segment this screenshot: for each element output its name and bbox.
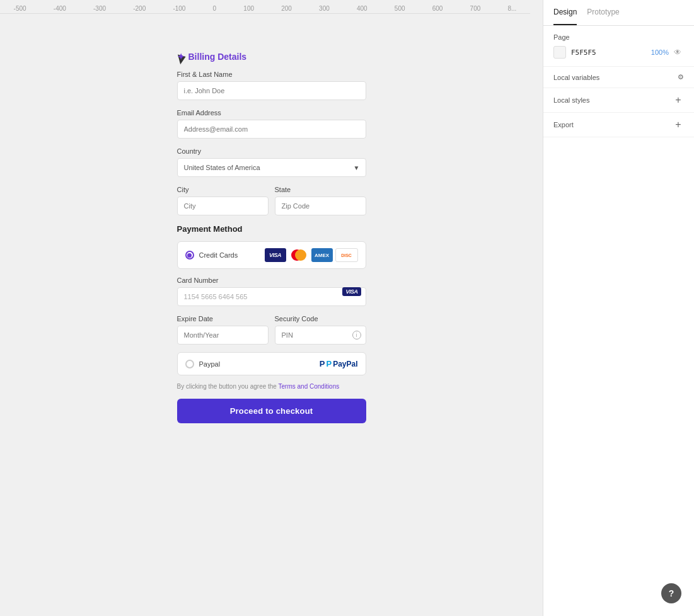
- export-add-button[interactable]: +: [673, 119, 684, 130]
- expire-label: Expire Date: [177, 315, 269, 322]
- ruler-label: -200: [133, 5, 146, 12]
- ruler-label: 8...: [507, 5, 516, 12]
- ruler-label: -500: [14, 5, 26, 12]
- payment-section-title: Payment Method: [177, 224, 366, 234]
- checkout-button[interactable]: Proceed to checkout: [177, 399, 366, 423]
- ruler-label: 600: [432, 5, 443, 12]
- export-section: Export +: [543, 113, 694, 137]
- sliders-icon[interactable]: ⚙: [678, 73, 684, 81]
- page-color-swatch[interactable]: [553, 46, 566, 59]
- country-group: Country United States of America Canada …: [177, 147, 366, 177]
- page-label: Page: [553, 33, 684, 41]
- amex-logo: AMEX: [311, 248, 333, 262]
- local-styles-section: Local styles +: [543, 88, 694, 113]
- ruler-label: 400: [357, 5, 367, 12]
- ruler-label: 0: [213, 5, 217, 12]
- page-opacity-value[interactable]: 100%: [651, 48, 669, 56]
- page-color-value: F5F5F5: [571, 48, 646, 57]
- billing-title-text: Billing Details: [188, 52, 247, 62]
- first-last-name-group: First & Last Name: [177, 71, 366, 100]
- ruler-label: 700: [470, 5, 481, 12]
- security-group: Security Code i: [275, 315, 366, 345]
- zip-input[interactable]: [275, 197, 366, 215]
- tab-prototype[interactable]: Prototype: [587, 0, 619, 25]
- info-icon[interactable]: i: [352, 331, 361, 339]
- paypal-radio[interactable]: [185, 360, 194, 368]
- discover-logo: DISC: [335, 248, 358, 262]
- expire-security-row: Expire Date Security Code i: [177, 315, 366, 345]
- ruler-label: 200: [281, 5, 292, 12]
- paypal-logo: PP PayPal: [320, 359, 358, 368]
- security-label: Security Code: [275, 315, 366, 322]
- country-select[interactable]: United States of America Canada United K…: [177, 158, 366, 177]
- email-label: Email Address: [177, 109, 366, 117]
- card-number-group: Card Number VISA: [177, 277, 366, 306]
- visibility-icon[interactable]: 👁: [674, 47, 684, 57]
- billing-form: ✦ Billing Details First & Last Name Emai…: [177, 52, 366, 423]
- panel-tabs: Design Prototype: [543, 0, 694, 26]
- local-styles-add-button[interactable]: +: [673, 94, 684, 106]
- page-section: Page F5F5F5 100% 👁: [543, 26, 694, 67]
- tab-design[interactable]: Design: [553, 0, 577, 25]
- ruler-label: 500: [395, 5, 405, 12]
- ruler-label: 100: [243, 5, 254, 12]
- ruler-label: -100: [173, 5, 185, 12]
- terms-text: By clicking the button you agree the Ter…: [177, 383, 366, 390]
- local-styles-label: Local styles: [553, 96, 589, 104]
- canvas: ✦ Billing Details First & Last Name Emai…: [0, 0, 543, 616]
- state-label: State: [275, 186, 366, 193]
- local-variables-label: Local variables: [553, 74, 599, 81]
- country-select-wrapper: United States of America Canada United K…: [177, 158, 366, 177]
- city-state-row: City State: [177, 186, 366, 224]
- local-variables-section: Local variables ⚙: [543, 67, 694, 88]
- first-last-label: First & Last Name: [177, 71, 366, 78]
- paypal-label: Paypal: [199, 360, 221, 368]
- email-group: Email Address: [177, 109, 366, 139]
- card-number-input[interactable]: [177, 287, 366, 306]
- city-label: City: [177, 186, 269, 193]
- expire-input[interactable]: [177, 326, 269, 345]
- mastercard-logo: [289, 248, 309, 262]
- credit-card-option[interactable]: Credit Cards VISA AMEX DISC: [177, 241, 366, 269]
- card-logos: VISA AMEX DISC: [265, 248, 358, 262]
- export-label: Export: [553, 121, 574, 128]
- state-group: State: [275, 186, 366, 215]
- ruler-label: 300: [319, 5, 330, 12]
- email-input[interactable]: [177, 120, 366, 139]
- first-last-input[interactable]: [177, 81, 366, 100]
- city-group: City: [177, 186, 269, 215]
- security-input-wrapper: i: [275, 326, 366, 345]
- credit-card-radio[interactable]: [185, 251, 194, 260]
- page-color-row: F5F5F5 100% 👁: [553, 46, 684, 59]
- billing-icon: ✦: [177, 52, 185, 62]
- billing-title: ✦ Billing Details: [177, 52, 366, 62]
- city-input[interactable]: [177, 197, 269, 215]
- help-button[interactable]: ?: [661, 583, 681, 603]
- visa-badge: VISA: [342, 287, 361, 296]
- paypal-option[interactable]: Paypal PP PayPal: [177, 352, 366, 375]
- ruler-label: -300: [93, 5, 106, 12]
- credit-card-label: Credit Cards: [199, 251, 238, 259]
- card-number-label: Card Number: [177, 277, 366, 284]
- terms-link[interactable]: Terms and Conditions: [279, 383, 340, 390]
- ruler: -500 -400 -300 -200 -100 0 100 200 300 4…: [0, 0, 530, 14]
- country-label: Country: [177, 147, 366, 155]
- expire-group: Expire Date: [177, 315, 269, 345]
- ruler-label: -400: [54, 5, 66, 12]
- right-panel: Design Prototype Page F5F5F5 100% 👁 Loca…: [543, 0, 694, 616]
- visa-logo: VISA: [265, 248, 286, 262]
